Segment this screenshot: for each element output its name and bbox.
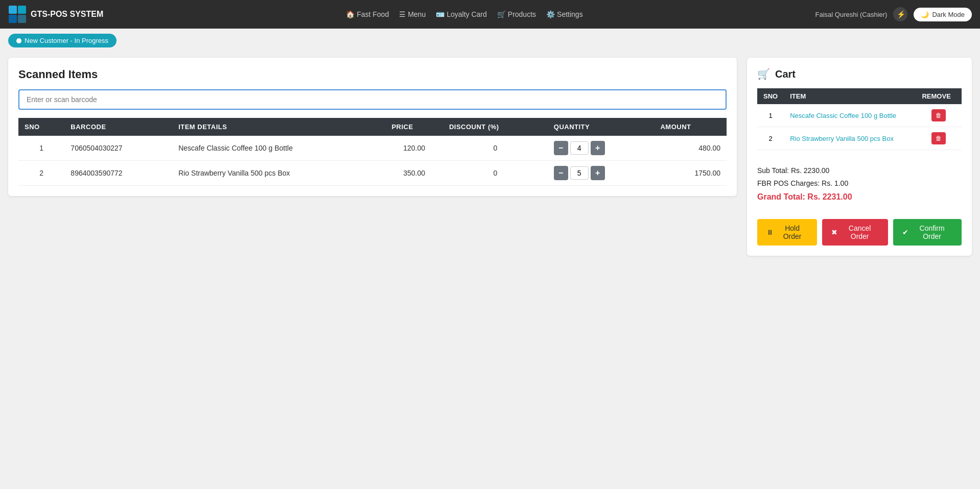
svg-rect-3 <box>18 15 26 23</box>
cart-col-item: ITEM <box>784 88 916 104</box>
brand-title: GTS-POS SYSTEM <box>31 10 103 19</box>
cart-table-header-row: SNO ITEM REMOVE <box>757 88 962 104</box>
cell-item-details: Nescafe Classic Coffee 100 g Bottle <box>172 136 385 161</box>
scanned-items-section: Scanned Items SNO BARCODE ITEM DETAILS P… <box>8 58 737 196</box>
nav-fast-food[interactable]: 🏠 Fast Food <box>346 10 389 18</box>
navbar-user: Faisal Qureshi (Cashier) <box>815 11 888 18</box>
sub-total: Sub Total: Rs. 2230.00 <box>757 164 962 177</box>
card-icon: 🪪 <box>436 10 445 18</box>
hold-order-button[interactable]: ⏸ Hold Order <box>757 219 817 246</box>
cart-cell-item-name: Rio Strawberry Vanilla 500 pcs Box <box>784 127 916 150</box>
col-discount: DISCOUNT (%) <box>443 118 548 136</box>
cart-row: 1 Nescafe Classic Coffee 100 g Bottle 🗑 <box>757 104 962 127</box>
cell-price: 350.00 <box>385 161 442 186</box>
cart-totals: Sub Total: Rs. 2230.00 FBR POS Charges: … <box>757 160 962 209</box>
barcode-input[interactable] <box>18 89 727 110</box>
cart-actions: ⏸ Hold Order ✖ Cancel Order ✔ Confirm Or… <box>757 219 962 246</box>
col-item-details: ITEM DETAILS <box>172 118 385 136</box>
qty-increase-button[interactable]: + <box>591 141 605 155</box>
cell-discount: 0 <box>443 136 548 161</box>
nav-loyalty-card[interactable]: 🪪 Loyalty Card <box>436 10 487 18</box>
col-quantity: QUANTITY <box>548 118 655 136</box>
fbr-charges: FBR POS Charges: Rs. 1.00 <box>757 177 962 190</box>
scanned-items-title: Scanned Items <box>18 68 727 81</box>
status-dot <box>16 38 21 43</box>
cart-cell-remove: 🗑 <box>916 127 962 150</box>
cell-item-details: Rio Strawberry Vanilla 500 pcs Box <box>172 161 385 186</box>
confirm-order-button[interactable]: ✔ Confirm Order <box>893 219 962 246</box>
cart-section: 🛒 Cart SNO ITEM REMOVE 1 Nescafe Classic… <box>747 58 972 256</box>
brand: GTS-POS SYSTEM <box>8 5 103 23</box>
nav-products[interactable]: 🛒 Products <box>497 10 536 18</box>
cell-discount: 0 <box>443 161 548 186</box>
remove-item-button[interactable]: 🗑 <box>931 109 946 121</box>
cancel-icon: ✖ <box>831 228 837 236</box>
cart-title: 🛒 Cart <box>757 68 962 80</box>
col-amount: AMOUNT <box>654 118 727 136</box>
menu-icon: ☰ <box>399 10 406 18</box>
cell-amount: 1750.00 <box>654 161 727 186</box>
cell-sno: 2 <box>18 161 64 186</box>
dark-mode-button[interactable]: 🌙 Dark Mode <box>914 8 972 21</box>
hold-icon: ⏸ <box>766 228 774 236</box>
col-price: PRICE <box>385 118 442 136</box>
cell-sno: 1 <box>18 136 64 161</box>
cell-barcode: 7060504030227 <box>64 136 172 161</box>
cell-price: 120.00 <box>385 136 442 161</box>
col-barcode: BARCODE <box>64 118 172 136</box>
table-row: 1 7060504030227 Nescafe Classic Coffee 1… <box>18 136 727 161</box>
nav-menu[interactable]: ☰ Menu <box>399 10 426 18</box>
nav-links: 🏠 Fast Food ☰ Menu 🪪 Loyalty Card 🛒 Prod… <box>120 10 809 18</box>
qty-input[interactable] <box>570 141 589 155</box>
svg-rect-1 <box>18 6 26 14</box>
nav-settings[interactable]: ⚙️ Settings <box>546 10 583 18</box>
status-bar: New Customer - In Progress <box>0 29 980 53</box>
table-row: 2 8964003590772 Rio Strawberry Vanilla 5… <box>18 161 727 186</box>
cart-cell-remove: 🗑 <box>916 104 962 127</box>
svg-rect-0 <box>9 6 17 14</box>
items-table-header-row: SNO BARCODE ITEM DETAILS PRICE DISCOUNT … <box>18 118 727 136</box>
remove-item-button[interactable]: 🗑 <box>931 132 946 144</box>
products-icon: 🛒 <box>497 10 506 18</box>
items-table: SNO BARCODE ITEM DETAILS PRICE DISCOUNT … <box>18 118 727 186</box>
cart-cell-item-name: Nescafe Classic Coffee 100 g Bottle <box>784 104 916 127</box>
cell-quantity: − + <box>548 136 655 161</box>
navbar-right: Faisal Qureshi (Cashier) ⚡ 🌙 Dark Mode <box>815 7 972 21</box>
logo-icon <box>8 5 27 23</box>
cart-col-sno: SNO <box>757 88 784 104</box>
settings-icon: ⚙️ <box>546 10 555 18</box>
status-badge[interactable]: New Customer - In Progress <box>8 34 116 47</box>
cell-amount: 480.00 <box>654 136 727 161</box>
cart-cell-sno: 1 <box>757 104 784 127</box>
cell-quantity: − + <box>548 161 655 186</box>
cart-icon: 🛒 <box>757 68 770 80</box>
cell-barcode: 8964003590772 <box>64 161 172 186</box>
navbar: GTS-POS SYSTEM 🏠 Fast Food ☰ Menu 🪪 Loya… <box>0 0 980 29</box>
confirm-icon: ✔ <box>902 228 908 236</box>
home-icon: 🏠 <box>346 10 355 18</box>
qty-decrease-button[interactable]: − <box>554 166 568 180</box>
qty-input[interactable] <box>570 166 589 180</box>
cart-col-remove: REMOVE <box>916 88 962 104</box>
svg-text:⚡: ⚡ <box>897 10 906 19</box>
qty-increase-button[interactable]: + <box>591 166 605 180</box>
cart-row: 2 Rio Strawberry Vanilla 500 pcs Box 🗑 <box>757 127 962 150</box>
moon-icon: 🌙 <box>921 11 929 18</box>
svg-rect-2 <box>9 15 17 23</box>
user-icon: ⚡ <box>893 7 907 21</box>
qty-decrease-button[interactable]: − <box>554 141 568 155</box>
grand-total: Grand Total: Rs. 2231.00 <box>757 190 962 205</box>
cancel-order-button[interactable]: ✖ Cancel Order <box>822 219 888 246</box>
main-content: Scanned Items SNO BARCODE ITEM DETAILS P… <box>0 53 980 266</box>
cart-table: SNO ITEM REMOVE 1 Nescafe Classic Coffee… <box>757 88 962 150</box>
cart-cell-sno: 2 <box>757 127 784 150</box>
col-sno: SNO <box>18 118 64 136</box>
